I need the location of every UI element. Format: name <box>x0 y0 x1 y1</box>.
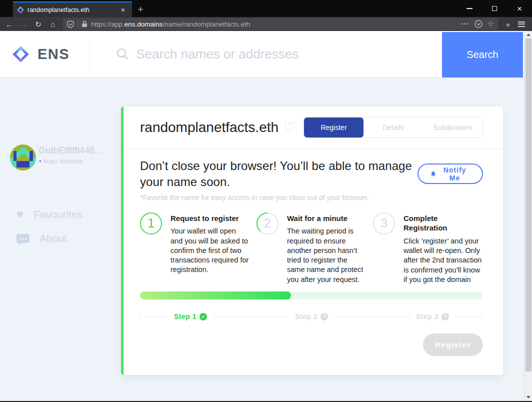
sidebar: 0xdbEf8f8446... •Main Network ♥ Favourit… <box>0 78 121 401</box>
step-1-circle-icon: 1 <box>140 212 162 234</box>
window-controls: × <box>457 0 532 17</box>
bell-icon <box>430 170 436 178</box>
shield-icon[interactable] <box>67 20 74 28</box>
search-input[interactable] <box>136 46 416 62</box>
ruler-segment <box>213 316 289 317</box>
tab-title: randomplanetfacts.eth <box>28 6 118 14</box>
card-header: randomplanetfacts.eth ♡ Register Details… <box>124 106 503 149</box>
forward-button[interactable]: → <box>16 20 31 28</box>
register-button[interactable]: Register <box>423 334 483 356</box>
tab-details[interactable]: Details <box>364 118 423 138</box>
step-3-circle-icon: 3 <box>373 212 395 234</box>
search-button[interactable]: Search <box>442 32 523 78</box>
progress-fill <box>140 292 291 300</box>
back-button[interactable]: ← <box>2 20 16 28</box>
toolbar-right: » <box>502 20 529 28</box>
domain-name-title: randomplanetfacts.eth <box>140 120 278 136</box>
header-divider <box>90 40 90 68</box>
progress-bar <box>140 292 483 300</box>
notify-me-button[interactable]: Notify Me <box>418 164 483 184</box>
headline-row: Don’t close your browser! You’ll be able… <box>140 158 483 190</box>
favourites-label: Favourites <box>34 208 82 220</box>
step-2: 2 Wait for a minute The waiting period i… <box>256 212 366 284</box>
url-bar[interactable]: https://app.ens.domains/name/randomplane… <box>63 18 498 30</box>
ruler-segment <box>140 316 168 317</box>
step-2-title: Wait for a minute <box>287 214 366 224</box>
check-icon: ✓ <box>200 313 207 320</box>
new-tab-button[interactable]: + <box>132 2 149 17</box>
ens-logo-icon[interactable] <box>12 46 29 62</box>
reload-button[interactable]: ↻ <box>31 20 46 28</box>
step-3: 3 Complete Registration Click ‘register’… <box>373 212 483 284</box>
maximize-button[interactable] <box>482 0 507 17</box>
about-label: About <box>40 232 67 244</box>
question-icon[interactable]: ? <box>442 313 449 320</box>
steps: 1 Request to register Your wallet will o… <box>140 212 483 284</box>
app-header: ENS Search <box>0 31 524 78</box>
page: ENS Search 0 <box>0 31 532 401</box>
register-row: Register <box>140 334 483 356</box>
favorite-note: *Favorite the name for easy access in ca… <box>140 194 483 202</box>
step-2-label: Step 2? <box>295 312 328 320</box>
step-1-body: Your wallet will open and you will be as… <box>170 226 250 274</box>
scrollbar[interactable] <box>524 31 532 401</box>
browser-window: randomplanetfacts.eth × + × ← → ↻ ⌂ http… <box>0 0 532 402</box>
bookmark-star-icon[interactable]: ☆ <box>488 20 494 28</box>
heart-icon: ♥ <box>16 208 24 222</box>
tab-register[interactable]: Register <box>304 118 364 138</box>
maximize-icon <box>492 6 497 11</box>
network-label: Main Network <box>44 158 83 165</box>
headline-text: Don’t close your browser! You’ll be able… <box>140 158 418 190</box>
step-1-title: Request to register <box>170 214 250 224</box>
step-1-number: 1 <box>140 212 162 234</box>
step-3-number: 3 <box>373 212 395 234</box>
scroll-down-icon[interactable] <box>526 396 530 398</box>
ens-favicon-icon <box>17 6 24 14</box>
step-3-title: Complete Registration <box>404 214 483 233</box>
tab-subdomains[interactable]: Subdomains <box>423 118 482 138</box>
network-indicator: •Main Network <box>39 158 83 165</box>
url-text[interactable]: https://app.ens.domains/name/randomplane… <box>91 20 458 28</box>
domain-card: randomplanetfacts.eth ♡ Register Details… <box>121 106 503 375</box>
network-dot-icon: • <box>39 158 42 165</box>
ruler-segment <box>455 316 483 317</box>
url-domain: ens.domains <box>124 20 163 28</box>
step-1: 1 Request to register Your wallet will o… <box>140 212 250 284</box>
step-indicator-row: Step 1✓ Step 2? Step 3? <box>140 312 483 320</box>
step-2-number: 2 <box>256 212 278 234</box>
url-path: /name/randomplanetfacts.eth <box>162 20 250 28</box>
chat-bubble-icon <box>16 234 30 243</box>
tab-close-icon[interactable]: × <box>118 6 128 14</box>
urlbar-actions: ••• ☆ <box>462 20 494 28</box>
close-button[interactable]: × <box>507 0 532 17</box>
ruler-segment <box>334 316 410 317</box>
hamburger-menu-icon[interactable] <box>518 22 525 27</box>
navbar: ← → ↻ ⌂ https://app.ens.domains/name/ran… <box>0 17 532 31</box>
url-prefix: https://app. <box>91 20 124 28</box>
notify-me-label: Notify Me <box>440 166 470 182</box>
tab-group: Register Details Subdomains <box>304 117 483 138</box>
ens-logo-text[interactable]: ENS <box>38 46 70 62</box>
account-address[interactable]: 0xdbEf8f8446... <box>39 146 102 156</box>
scroll-up-icon[interactable] <box>526 34 530 36</box>
minimize-button[interactable] <box>457 0 482 17</box>
home-button[interactable]: ⌂ <box>46 20 60 28</box>
scrollbar-thumb[interactable] <box>526 38 532 372</box>
favourite-heart-icon[interactable]: ♡ <box>284 120 296 136</box>
browser-tab[interactable]: randomplanetfacts.eth × <box>13 2 132 17</box>
step-1-label: Step 1✓ <box>174 312 207 320</box>
lock-icon[interactable] <box>82 20 88 28</box>
titlebar: randomplanetfacts.eth × + × <box>0 0 532 17</box>
sidebar-item-about[interactable]: About <box>16 232 67 244</box>
pocket-icon[interactable] <box>474 20 482 28</box>
minimize-icon <box>466 8 472 9</box>
sidebar-item-favourites[interactable]: ♥ Favourites <box>16 208 82 222</box>
overflow-menu-icon[interactable]: » <box>502 20 514 28</box>
step-3-label: Step 3? <box>416 312 449 320</box>
search-icon <box>116 48 129 60</box>
card-body: Don’t close your browser! You’ll be able… <box>124 149 503 356</box>
close-icon: × <box>517 4 522 13</box>
question-icon[interactable]: ? <box>320 313 328 320</box>
page-actions-icon[interactable]: ••• <box>462 22 469 26</box>
avatar[interactable] <box>10 144 36 170</box>
